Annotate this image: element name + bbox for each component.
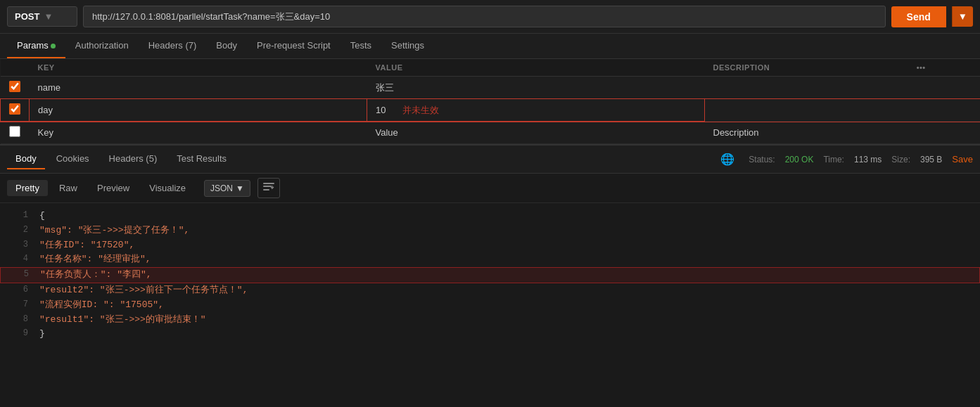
line-content: } xyxy=(39,327,45,342)
save-response-button[interactable]: Save xyxy=(952,154,973,164)
line-number: 9 xyxy=(6,327,28,340)
format-dropdown-icon: ▼ xyxy=(236,183,244,193)
line-content: "result1": "张三->>>的审批结束！" xyxy=(39,313,206,328)
value-cell[interactable]: 10 并未生效 xyxy=(367,99,705,122)
json-line: 1{ xyxy=(0,209,980,224)
response-bar: Body Cookies Headers (5) Test Results 🌐 … xyxy=(0,144,980,174)
svg-rect-0 xyxy=(263,183,274,184)
row-actions xyxy=(908,77,980,99)
checkbox-col-header xyxy=(1,59,30,77)
line-number: 3 xyxy=(6,238,28,252)
svg-rect-1 xyxy=(263,186,272,187)
resp-tab-cookies[interactable]: Cookies xyxy=(48,149,98,169)
line-number: 1 xyxy=(6,209,28,222)
view-tab-preview[interactable]: Preview xyxy=(89,180,138,196)
send-button[interactable]: Send xyxy=(891,6,946,27)
desc-col-header: DESCRIPTION xyxy=(705,59,908,77)
size-value: 395 B xyxy=(920,155,942,164)
line-content: "msg": "张三->>>提交了任务！", xyxy=(39,224,189,238)
line-number: 7 xyxy=(6,298,28,311)
json-viewer: 1{2 "msg": "张三->>>提交了任务！",3 "任务ID": "175… xyxy=(0,203,980,347)
line-number: 4 xyxy=(6,252,28,266)
tab-prerequest[interactable]: Pre-request Script xyxy=(247,34,341,58)
request-tabs-bar: Params Authorization Headers (7) Body Pr… xyxy=(0,34,980,59)
value-cell-placeholder[interactable]: Value xyxy=(367,122,705,144)
row-actions xyxy=(908,99,980,122)
json-line: 2 "msg": "张三->>>提交了任务！", xyxy=(0,224,980,238)
more-options-icon[interactable]: ••• xyxy=(908,59,980,77)
status-value: 200 OK xyxy=(785,155,814,164)
line-content: "result2": "张三->>>前往下一个任务节点！", xyxy=(39,283,248,298)
tab-tests[interactable]: Tests xyxy=(341,34,381,58)
svg-rect-2 xyxy=(263,189,269,190)
resp-tab-testresults[interactable]: Test Results xyxy=(168,149,235,169)
tab-params[interactable]: Params xyxy=(7,34,65,58)
url-input[interactable] xyxy=(83,6,886,27)
key-cell[interactable]: day xyxy=(30,99,367,122)
format-select[interactable]: JSON ▼ xyxy=(204,180,250,197)
line-content: "任务负责人：": "李四", xyxy=(40,268,152,283)
params-active-dot xyxy=(51,44,56,49)
line-number: 2 xyxy=(6,224,28,237)
table-row: name 张三 xyxy=(1,77,981,99)
time-value: 113 ms xyxy=(854,155,882,164)
table-row: Key Value Description xyxy=(1,122,981,144)
key-col-header: KEY xyxy=(30,59,367,77)
key-cell-placeholder[interactable]: Key xyxy=(30,122,367,144)
wrap-icon[interactable] xyxy=(257,178,280,198)
view-tab-raw[interactable]: Raw xyxy=(51,180,86,196)
send-dropdown-button[interactable]: ▼ xyxy=(952,6,973,27)
json-line: 4 "任务名称": "经理审批", xyxy=(0,252,980,267)
json-line: 6 "result2": "张三->>>前往下一个任务节点！", xyxy=(0,283,980,298)
checkbox-cell[interactable] xyxy=(1,122,30,144)
json-line: 5 "任务负责人：": "李四", xyxy=(0,267,980,283)
table-row: day 10 并未生效 xyxy=(1,99,981,122)
top-bar: POST ▼ Send ▼ xyxy=(0,0,980,34)
resp-tab-body[interactable]: Body xyxy=(7,149,45,169)
checkbox-cell[interactable] xyxy=(1,99,30,122)
tab-headers[interactable]: Headers (7) xyxy=(139,34,207,58)
line-content: "任务名称": "经理审批", xyxy=(39,252,151,267)
line-number: 5 xyxy=(6,268,29,281)
view-tabs-bar: Pretty Raw Preview Visualize JSON ▼ xyxy=(0,174,980,203)
description-cell[interactable] xyxy=(705,99,908,122)
tab-settings[interactable]: Settings xyxy=(381,34,434,58)
globe-icon: 🌐 xyxy=(720,153,734,166)
line-number: 8 xyxy=(6,313,28,326)
description-cell[interactable] xyxy=(705,77,908,99)
tab-body[interactable]: Body xyxy=(206,34,247,58)
json-line: 3 "任务ID": "17520", xyxy=(0,238,980,253)
line-number: 6 xyxy=(6,283,28,297)
description-cell-placeholder[interactable]: Description xyxy=(705,122,908,144)
method-select[interactable]: POST ▼ xyxy=(7,6,77,27)
tab-authorization[interactable]: Authorization xyxy=(65,34,139,58)
view-tab-visualize[interactable]: Visualize xyxy=(141,180,194,196)
method-label: POST xyxy=(15,11,39,22)
value-cell[interactable]: 张三 xyxy=(367,77,705,99)
json-line: 8 "result1": "张三->>>的审批结束！" xyxy=(0,313,980,328)
view-tab-pretty[interactable]: Pretty xyxy=(7,180,48,196)
checkbox-cell[interactable] xyxy=(1,77,30,99)
params-table: KEY VALUE DESCRIPTION ••• name 张三 xyxy=(0,59,980,144)
resp-tab-headers[interactable]: Headers (5) xyxy=(101,149,166,169)
value-col-header: VALUE xyxy=(367,59,705,77)
key-cell[interactable]: name xyxy=(30,77,367,99)
status-info: 🌐 Status: 200 OK Time: 113 ms Size: 395 … xyxy=(720,153,973,166)
method-dropdown-icon: ▼ xyxy=(44,11,53,22)
line-content: { xyxy=(39,209,45,224)
not-effective-label: 并未生效 xyxy=(402,105,439,115)
row-actions xyxy=(908,122,980,144)
json-line: 7 "流程实例ID: ": "17505", xyxy=(0,298,980,313)
line-content: "流程实例ID: ": "17505", xyxy=(39,298,164,313)
json-line: 9} xyxy=(0,327,980,342)
line-content: "任务ID": "17520", xyxy=(39,238,134,253)
